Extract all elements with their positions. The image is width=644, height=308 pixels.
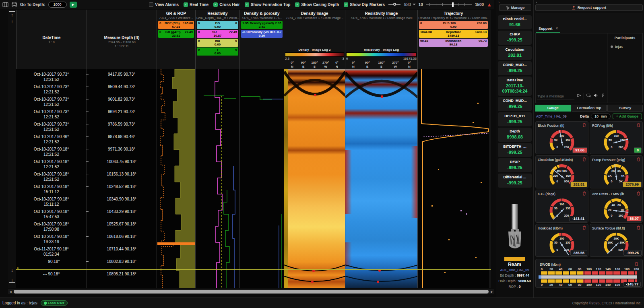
depth-row[interactable]: 9694.21 90.73° <box>87 109 157 120</box>
toolbar-checkbox-real-time[interactable]: ✓Real Time <box>184 2 208 7</box>
depth-row[interactable]: 10433.29 90.18° <box>87 209 157 219</box>
tab-support[interactable]: Support × <box>536 26 560 33</box>
ream-source[interactable]: ADT_Time_HAL_09 <box>496 268 533 272</box>
datetime-row[interactable]: Oct-11-2017 90.18°01:52:34 <box>16 246 87 257</box>
datetime-row[interactable]: Oct-10-2017 90.73°12:21:52 <box>16 72 87 82</box>
scale-mini-slider[interactable] <box>388 4 400 5</box>
gauge-block-position-ft[interactable]: Block Position (ft)05010015020091.66 <box>535 121 588 154</box>
speaker-icon[interactable] <box>593 93 598 99</box>
scale-select[interactable]: 930 <box>404 2 416 7</box>
value-tile-depth-r11[interactable]: DEPTH_R11-999.25 <box>498 112 532 126</box>
value-tile-bitdepth[interactable]: BITDEPTH_...-999.25 <box>498 143 532 157</box>
chart-vertical-scrollbar[interactable] <box>489 69 491 288</box>
track-header-resistivity[interactable]: ResistivityLWD_Depth_HAL_M / Wellb..0DD0… <box>195 10 239 69</box>
go-button[interactable]: ▶ <box>70 2 77 8</box>
track-header-density-porosity[interactable]: Density & porosity7374_7700 / Wellbore 1… <box>239 10 284 69</box>
go-to-depth-input[interactable] <box>48 2 67 8</box>
slider-handle[interactable] <box>452 2 454 7</box>
density-image-track[interactable] <box>284 69 345 288</box>
gauge-hookload-klbm[interactable]: Hookload (klbm)050100150200235.56 <box>535 224 588 257</box>
scroll-left-icon[interactable]: ◀ <box>8 290 13 294</box>
checkbox-checked-icon[interactable]: ✓ <box>295 2 299 7</box>
gauge-ann-press-emw-lb[interactable]: Ann Press - EMW (lb...02040608010086.07 <box>590 190 643 223</box>
scroll-to-top-button[interactable]: ↑ <box>9 11 15 17</box>
participant-item[interactable]: tejas <box>607 42 642 51</box>
scroll-to-bottom-button[interactable]: ↓ <box>9 277 15 283</box>
value-tile-datetime[interactable]: DateTime2017-10-09T08:34:24 <box>498 76 532 96</box>
checkbox-checked-icon[interactable]: ✓ <box>184 2 188 7</box>
curve-legend-inclination[interactable]: 90.18Inclination90.7390.18 <box>419 39 488 47</box>
collapse-values-chevron-icon[interactable]: › <box>498 0 500 4</box>
curve-legend-su[interactable]: 0SU72.4510.87 <box>197 30 238 38</box>
datetime-row[interactable]: Oct-10-2017 90.18°17:50:08 <box>16 221 87 232</box>
curve-legend-density-g-cm3[interactable]: 1.95Density (g/cm3)2.952.41 <box>241 21 283 29</box>
depth-row[interactable]: 10525.67 90.18° <box>87 221 157 232</box>
datetime-row[interactable]: Oct-10-2017 90.73°12:21:52 <box>16 122 87 132</box>
datetime-row[interactable]: Oct-10-2017 90.18°15:47:53 <box>16 209 87 219</box>
track-header-resistivity-image[interactable]: Resistivity Image7374_7700 / Wellbore 1 … <box>345 10 417 69</box>
gr-rop-track[interactable] <box>157 69 195 288</box>
depth-row[interactable]: 10618.06 90.18° <box>87 234 157 244</box>
request-support-button[interactable]: Request support <box>535 4 643 11</box>
datetime-row[interactable]: Oct-10-2017 90.18°12:21:52 <box>16 172 87 182</box>
depth-row[interactable]: 9971.36 90.18° <box>87 147 157 157</box>
depth-column-header[interactable]: Measure Depth (ft) 7374.96 - 11108.60 1 … <box>87 10 157 69</box>
hscroll-thumb[interactable] <box>14 290 489 294</box>
datetime-row[interactable]: Oct-10-2017 90.18°12:21:52 <box>16 147 87 157</box>
gauge-surface-torque-lbf-ft[interactable]: Surface Torque (lbf.ft)010K20K30K40K-999… <box>590 224 643 257</box>
database-icon[interactable] <box>11 2 17 8</box>
toolbar-checkbox-show-formation-top[interactable]: ✓Show Formation Top <box>245 2 291 7</box>
depth-row[interactable]: 10248.52 90.18° <box>87 184 157 194</box>
depth-row[interactable]: 10340.90 90.18° <box>87 196 157 207</box>
tab-formation-top[interactable]: Formation top <box>572 105 607 112</box>
datetime-row[interactable]: Oct-10-2017 90.73°12:21:52 <box>16 97 87 107</box>
depth-row[interactable]: 9878.98 90.46° <box>87 134 157 145</box>
datetime-row[interactable]: Oct-10-2017 90.18°12:21:52 <box>16 159 87 170</box>
toolbar-checkbox-show-casing-depth[interactable]: ✓Show Casing Depth <box>295 2 339 7</box>
value-tile-differential[interactable]: Differential ...-999.25 <box>498 174 532 188</box>
alarm-warning-icon[interactable]: ▲ <box>487 2 492 8</box>
curve-legend-porosity-v-v-dec[interactable]: -0.10Porosity (v/v dec..0.700.20 <box>241 30 283 38</box>
value-tile-cond-mud[interactable]: COND_MUD...-999.25 <box>498 61 532 75</box>
depth-row[interactable]: 10063.75 90.18° <box>87 159 157 170</box>
toolbar-checkbox-show-dip-markers[interactable]: ✓Show Dip Markers <box>344 2 385 7</box>
datetime-row[interactable]: Oct-10-2017 90.18°15:11:12 <box>16 184 87 194</box>
add-gauge-button[interactable]: + Add Gauge <box>613 114 642 119</box>
close-icon[interactable]: × <box>556 26 558 31</box>
gauge-source-link[interactable]: ADT_Time_HAL_09 <box>536 114 578 118</box>
depth-row[interactable]: 10156.13 90.18° <box>87 172 157 182</box>
trajectory-track[interactable] <box>417 69 489 288</box>
value-tile-circulation[interactable]: Circulation282.81 <box>498 46 532 60</box>
screen-share-icon[interactable] <box>586 93 591 99</box>
datetime-row[interactable]: Oct-10-2017 90.18°19:33:19 <box>16 234 87 244</box>
tab-survey[interactable]: Survey <box>607 105 643 112</box>
curve-legend-dls-100[interactable]: 0DLS 100200.000.00 <box>419 21 488 29</box>
scroll-down-button[interactable]: ↓ <box>9 267 15 273</box>
toolbar-checkbox-view-alarms[interactable]: View Alarms <box>149 2 179 7</box>
depth-row[interactable]: 9786.59 90.73° <box>87 122 157 132</box>
delete-gauge-icon[interactable] <box>635 262 638 267</box>
depth-row[interactable]: 10802.83 90.18° <box>87 259 157 269</box>
delta-selector[interactable]: 10 min <box>591 114 611 119</box>
resistivity-track[interactable] <box>195 69 239 288</box>
scroll-up-button[interactable]: ↑ <box>9 19 15 24</box>
curve-legend-rop-ft-h[interactable]: 0ROP (ft/h)165.6867.23 <box>158 21 194 29</box>
layout-columns-icon[interactable] <box>2 2 8 8</box>
message-input[interactable] <box>537 93 574 99</box>
datetime-row[interactable]: Oct-10-2017 90.18°15:11:12 <box>16 196 87 207</box>
curve-legend-departure[interactable]: 1044.08Departure1480.131480.13 <box>419 30 488 38</box>
value-tile-chkp[interactable]: CHKP-999.25 <box>498 31 532 45</box>
scroll-right-icon[interactable]: ▶ <box>489 290 494 294</box>
chat-messages-area[interactable]: Participants tejas <box>535 33 643 103</box>
toolbar-checkbox-cross-hair[interactable]: ✓Cross Hair <box>213 2 240 7</box>
value-tile-depth[interactable]: Depth8998.08 <box>498 128 532 142</box>
send-icon[interactable] <box>577 93 581 99</box>
gauge-gtf-dega[interactable]: GTF (dega)050100150200-143.41 <box>535 190 588 223</box>
checkbox-checked-icon[interactable]: ✓ <box>213 2 218 7</box>
track-header-trajectory[interactable]: TrajectoryRevised Trajectory #F5 / Wellb… <box>417 10 489 69</box>
collapse-support-chevron-icon[interactable]: › <box>536 0 537 4</box>
manage-button[interactable]: Manage <box>499 4 531 11</box>
datetime-row[interactable]: --- 90.18° <box>16 271 87 282</box>
depth-row[interactable]: 10895.21 90.18° <box>87 271 157 282</box>
checkbox-checked-icon[interactable]: ✓ <box>245 2 249 7</box>
